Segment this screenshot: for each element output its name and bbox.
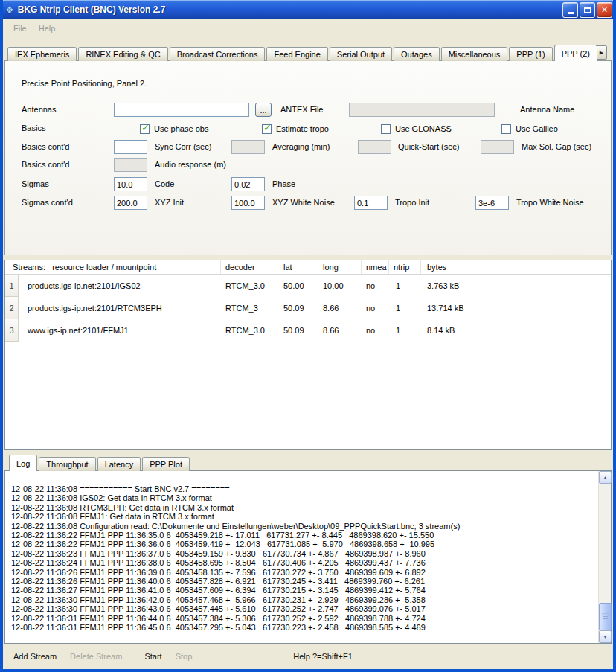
- minimize-icon: [568, 12, 574, 14]
- tab-broadcast-corrections[interactable]: Broadcast Corrections: [170, 47, 266, 61]
- window-title: BKG Ntrip Client (BNC) Version 2.7: [18, 4, 561, 15]
- arrow-down-icon: ▼: [603, 634, 608, 639]
- scrollbar-thumb[interactable]: [599, 603, 612, 630]
- sync-corr-input[interactable]: [114, 140, 147, 154]
- sigmas-label: Sigmas: [22, 179, 49, 188]
- use-glonass-checkbox[interactable]: Use GLONASS: [381, 122, 452, 135]
- scroll-up-button[interactable]: ▲: [599, 471, 612, 484]
- streams-column-header: decoder: [221, 260, 277, 274]
- panel-heading: Precise Point Positioning, Panel 2.: [22, 79, 147, 88]
- stream-cell-long: 10.00: [318, 275, 362, 297]
- log-scrollbar[interactable]: ▲ ▼: [598, 471, 611, 643]
- tab-scroll-right-icon: ▶: [600, 50, 603, 56]
- antex-file-label: ANTEX File: [280, 105, 323, 114]
- bottom-toolbar: Add StreamDelete StreamStartStop Help ?=…: [3, 644, 613, 669]
- stream-cell-mount: products.igs-ip.net:2101/RTCM3EPH: [19, 297, 221, 319]
- use-phase-obs-label: Use phase obs: [154, 124, 208, 133]
- streams-column-header: long: [318, 260, 362, 274]
- antennas-input[interactable]: [114, 103, 249, 117]
- log-line: 12-08-22 11:36:26 FFMJ1 PPP 11:36:40.0 6…: [11, 577, 595, 586]
- stream-cell-decoder: RTCM_3.0: [221, 319, 277, 342]
- tab-ppp-2[interactable]: PPP (2): [554, 45, 597, 61]
- xyz-init-label: XYZ Init: [155, 198, 184, 207]
- tab-outages[interactable]: Outages: [394, 47, 440, 61]
- app-icon: ❖: [5, 4, 14, 16]
- basics-contd-label: Basics cont'd: [22, 160, 69, 169]
- use-galileo-checkbox[interactable]: Use Galileo: [501, 122, 558, 135]
- menu-help[interactable]: Help: [33, 22, 62, 35]
- add-stream-button[interactable]: Add Stream: [13, 652, 57, 661]
- sigma-code-input[interactable]: [114, 177, 147, 191]
- stream-row[interactable]: 1products.igs-ip.net:2101/IGS02RTCM_3.05…: [5, 275, 611, 297]
- checkbox-icon[interactable]: [381, 124, 391, 134]
- menu-file[interactable]: File: [7, 22, 33, 35]
- start-button[interactable]: Start: [144, 652, 161, 661]
- log-line: 12-08-22 11:36:08 IGS02: Get data in RTC…: [11, 493, 595, 502]
- help-label: Help ?=Shift+F1: [293, 652, 353, 661]
- checkbox-icon[interactable]: [262, 124, 272, 134]
- main-tab-bar: IEX EphemerisRINEX Editing & QCBroadcast…: [3, 37, 613, 61]
- basics-contd-label: Basics cont'd: [22, 142, 69, 151]
- bottom-tab-log[interactable]: Log: [9, 455, 37, 471]
- log-line: 12-08-22 11:36:08 FFMJ1: Get data in RTC…: [11, 512, 595, 521]
- xyz-init-input[interactable]: [114, 196, 147, 210]
- bottom-tab-ppp-plot[interactable]: PPP Plot: [142, 457, 190, 471]
- antex-browse-button[interactable]: ...: [255, 103, 272, 117]
- estimate-tropo-checkbox[interactable]: Estimate tropo: [262, 122, 329, 135]
- stream-cell-ntrip: 1: [389, 319, 421, 342]
- tab-iex-ephemeris[interactable]: IEX Ephemeris: [7, 47, 77, 61]
- stream-row[interactable]: 2products.igs-ip.net:2101/RTCM3EPHRTCM_3…: [5, 297, 611, 319]
- log-line: 12-08-22 11:36:22 FFMJ1 PPP 11:36:35.0 6…: [11, 531, 595, 540]
- stop-button: Stop: [176, 652, 193, 661]
- tab-rinex-editing-qc[interactable]: RINEX Editing & QC: [78, 47, 167, 61]
- close-icon: ✕: [601, 5, 608, 15]
- checkbox-icon[interactable]: [140, 124, 150, 134]
- delete-stream-button: Delete Stream: [70, 652, 122, 661]
- bottom-tab-latency[interactable]: Latency: [97, 457, 141, 471]
- tab-ppp-1[interactable]: PPP (1): [509, 47, 552, 61]
- stream-cell-mount: products.igs-ip.net:2101/IGS02: [19, 275, 221, 297]
- stream-cell-num: 3: [5, 319, 19, 342]
- titlebar: ❖ BKG Ntrip Client (BNC) Version 2.7 ✕: [0, 0, 616, 19]
- tab-miscellaneous[interactable]: Miscellaneous: [441, 47, 508, 61]
- stream-cell-decoder: RTCM_3: [221, 297, 277, 319]
- streams-column-header: bytes: [421, 260, 611, 274]
- minimize-button[interactable]: [562, 2, 578, 18]
- streams-column-header: nmea: [362, 260, 389, 274]
- stream-cell-nmea: no: [362, 275, 389, 297]
- maximize-icon: [584, 7, 591, 13]
- menu-bar: FileHelp: [3, 19, 613, 37]
- bottom-tab-throughput[interactable]: Throughput: [39, 457, 95, 471]
- antex-file-input: [349, 103, 495, 117]
- tab-feed-engine[interactable]: Feed Engine: [266, 47, 327, 61]
- sync-corr-label: Sync Corr (sec): [155, 142, 211, 151]
- tab-serial-output[interactable]: Serial Output: [330, 47, 392, 61]
- ppp2-panel: Precise Point Positioning, Panel 2. Ante…: [4, 60, 612, 255]
- averaging-label: Averaging (min): [272, 142, 330, 151]
- tab-scroll-right-button[interactable]: ▶: [596, 45, 607, 60]
- xyz-white-noise-label: XYZ White Noise: [272, 198, 335, 207]
- sigma-code-label: Code: [155, 179, 174, 188]
- stream-row[interactable]: 3www.igs-ip.net:2101/FFMJ1RTCM_3.050.098…: [5, 319, 611, 342]
- tropo-init-label: Tropo Init: [395, 198, 429, 207]
- log-line: 12-08-22 11:36:30 FFMJ1 PPP 11:36:43.0 6…: [11, 604, 595, 613]
- audio-response-input: [114, 158, 147, 172]
- stream-cell-num: 1: [5, 275, 19, 297]
- close-button[interactable]: ✕: [597, 2, 612, 18]
- scroll-down-button[interactable]: ▼: [599, 630, 612, 643]
- maximize-button[interactable]: [580, 2, 595, 18]
- stream-cell-bytes: 13.714 kB: [421, 297, 611, 319]
- log-line: 12-08-22 11:36:30 FFMJ1 PPP 11:36:42.0 6…: [11, 595, 595, 604]
- tropo-white-noise-input[interactable]: [475, 196, 509, 210]
- bnc-window: ❖ BKG Ntrip Client (BNC) Version 2.7 ✕ F…: [0, 0, 616, 672]
- checkbox-icon[interactable]: [501, 124, 511, 134]
- log-line: 12-08-22 11:36:24 FFMJ1 PPP 11:36:38.0 6…: [11, 558, 595, 567]
- streams-body: 1products.igs-ip.net:2101/IGS02RTCM_3.05…: [5, 275, 611, 342]
- use-phase-obs-checkbox[interactable]: Use phase obs: [140, 122, 208, 135]
- sigma-phase-input[interactable]: [231, 177, 265, 191]
- xyz-white-noise-input[interactable]: [231, 196, 265, 210]
- tropo-init-input[interactable]: [354, 196, 388, 210]
- stream-cell-lat: 50.09: [277, 319, 318, 342]
- quick-start-label: Quick-Start (sec): [398, 142, 460, 151]
- sigmas-contd-label: Sigmas cont'd: [22, 198, 73, 207]
